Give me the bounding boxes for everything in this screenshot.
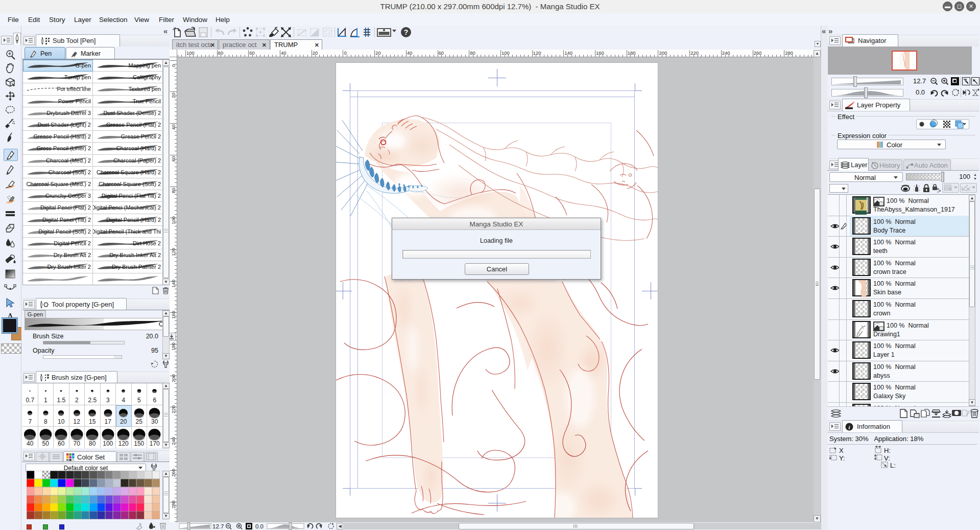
svg-text:12.7: 12.7 xyxy=(212,523,224,529)
svg-text:0.0: 0.0 xyxy=(255,523,264,529)
svg-text:?: ? xyxy=(404,28,409,36)
